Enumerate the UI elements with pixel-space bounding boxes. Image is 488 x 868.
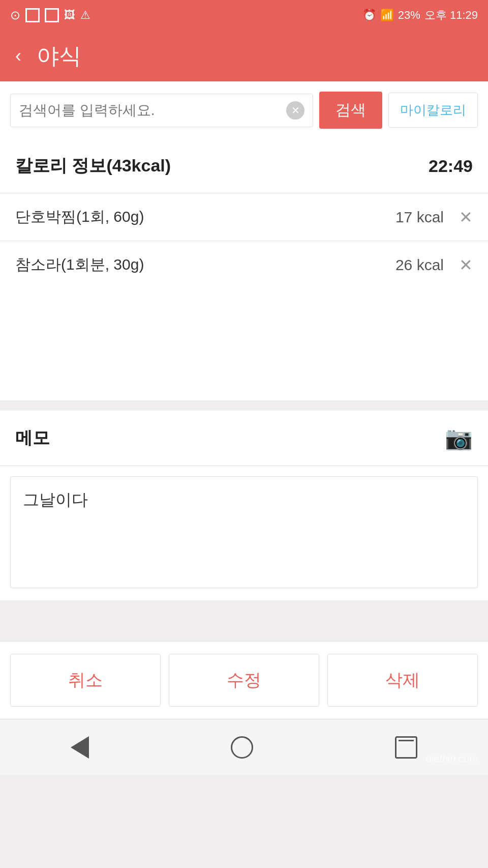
memo-textarea-wrapper: 그날이다 xyxy=(0,466,488,600)
status-left: ⊙ 🖼 ⚠ xyxy=(10,8,90,22)
clear-button[interactable]: ✕ xyxy=(286,101,304,120)
search-input[interactable] xyxy=(19,102,286,119)
search-bar: ✕ 검색 마이칼로리 xyxy=(0,81,488,139)
food-item-1: 단호박찜(1회, 60g) 17 kcal ✕ xyxy=(0,193,488,241)
camera-icon[interactable]: 📷 xyxy=(445,425,473,451)
status-bar: ⊙ 🖼 ⚠ ⏰ 📶 23% 오후 11:29 xyxy=(0,0,488,31)
memo-textarea[interactable]: 그날이다 xyxy=(10,476,478,588)
food-name-1: 단호박찜(1회, 60g) xyxy=(15,207,395,227)
my-calorie-button[interactable]: 마이칼로리 xyxy=(388,93,478,128)
back-button[interactable]: ‹ xyxy=(15,45,21,67)
status-right: ⏰ 📶 23% 오후 11:29 xyxy=(362,8,478,23)
bottom-nav: diethin.com xyxy=(0,719,488,775)
empty-food-space xyxy=(0,288,488,400)
calorie-header: 칼로리 정보(43kcal) 22:49 xyxy=(0,139,488,193)
food-item-2: 참소라(1회분, 30g) 26 kcal ✕ xyxy=(0,241,488,288)
food-remove-button-2[interactable]: ✕ xyxy=(459,255,473,275)
nav-recent-button[interactable] xyxy=(395,736,417,759)
square-icon2 xyxy=(45,8,59,22)
bottom-space xyxy=(0,600,488,641)
app-icon: ⊙ xyxy=(10,8,20,22)
page-title: 야식 xyxy=(37,41,81,71)
calorie-time: 22:49 xyxy=(429,156,473,176)
watermark: diethin.com xyxy=(426,753,478,765)
food-kcal-2: 26 kcal xyxy=(395,256,444,274)
food-list: 단호박찜(1회, 60g) 17 kcal ✕ 참소라(1회분, 30g) 26… xyxy=(0,193,488,288)
memo-header: 메모 📷 xyxy=(0,411,488,466)
warning-icon: ⚠ xyxy=(80,9,90,22)
battery-text: 23% xyxy=(398,9,420,22)
image-icon: 🖼 xyxy=(64,9,75,22)
header: ‹ 야식 xyxy=(0,31,488,81)
section-divider xyxy=(0,400,488,411)
square-icon1 xyxy=(25,8,40,22)
time-text: 오후 11:29 xyxy=(424,8,478,23)
edit-button[interactable]: 수정 xyxy=(169,654,319,707)
memo-title: 메모 xyxy=(15,426,50,450)
nav-home-button[interactable] xyxy=(231,736,253,759)
food-remove-button-1[interactable]: ✕ xyxy=(459,208,473,227)
main-content: 칼로리 정보(43kcal) 22:49 단호박찜(1회, 60g) 17 kc… xyxy=(0,139,488,400)
nav-back-button[interactable] xyxy=(71,736,89,759)
action-buttons: 취소 수정 삭제 xyxy=(0,641,488,719)
search-button[interactable]: 검색 xyxy=(319,92,382,129)
food-name-2: 참소라(1회분, 30g) xyxy=(15,254,395,275)
delete-button[interactable]: 삭제 xyxy=(327,654,478,707)
memo-section: 메모 📷 그날이다 xyxy=(0,411,488,600)
food-kcal-1: 17 kcal xyxy=(395,209,444,226)
cancel-button[interactable]: 취소 xyxy=(10,654,161,707)
search-input-wrapper: ✕ xyxy=(10,94,313,127)
calorie-title: 칼로리 정보(43kcal) xyxy=(15,154,171,178)
alarm-icon: ⏰ xyxy=(362,9,376,22)
wifi-icon: 📶 xyxy=(380,9,394,22)
